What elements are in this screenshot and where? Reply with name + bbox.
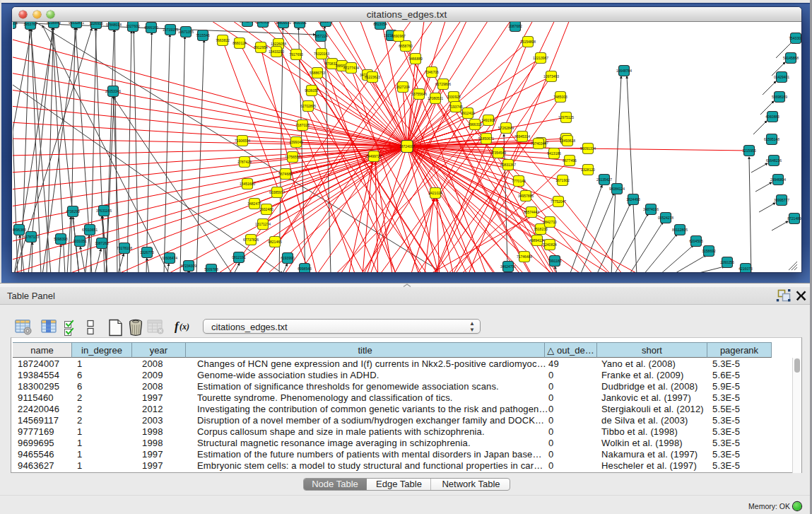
svg-text:76945314: 76945314 [514, 134, 530, 139]
svg-text:7663822: 7663822 [216, 38, 230, 42]
svg-text:87277434: 87277434 [343, 66, 359, 70]
svg-text:7485003: 7485003 [553, 95, 567, 99]
svg-text:16648784: 16648784 [616, 69, 632, 73]
svg-text:87234309: 87234309 [181, 264, 196, 268]
svg-text:60385977: 60385977 [269, 190, 285, 194]
svg-text:7917693: 7917693 [289, 52, 303, 57]
svg-text:8660124: 8660124 [233, 41, 247, 45]
svg-text:0812191: 0812191 [232, 255, 246, 259]
svg-text:5240824: 5240824 [543, 243, 557, 247]
svg-text:15451680: 15451680 [240, 182, 255, 186]
svg-text:98084124: 98084124 [609, 187, 625, 191]
svg-text:18724007: 18724007 [399, 144, 415, 148]
svg-text:10973493: 10973493 [543, 74, 559, 78]
svg-text:04499727: 04499727 [366, 154, 382, 158]
svg-text:28809570: 28809570 [276, 22, 291, 25]
svg-text:53755646: 53755646 [411, 92, 427, 96]
svg-text:12975125: 12975125 [558, 115, 574, 119]
svg-text:81223623: 81223623 [365, 75, 380, 79]
svg-text:7991183: 7991183 [548, 259, 561, 263]
svg-text:5098393: 5098393 [54, 237, 68, 241]
svg-text:37631165: 37631165 [96, 209, 112, 213]
svg-text:9413186: 9413186 [547, 151, 561, 156]
svg-text:13171274: 13171274 [255, 222, 271, 226]
svg-text:(x): (x) [180, 322, 189, 332]
svg-text:9912419: 9912419 [461, 111, 475, 115]
svg-text:13493618: 13493618 [560, 139, 575, 143]
svg-text:7187026: 7187026 [295, 123, 310, 127]
svg-text:80112805: 80112805 [672, 228, 688, 232]
svg-text:4238849: 4238849 [47, 22, 61, 25]
svg-text:67010651: 67010651 [82, 228, 98, 232]
svg-text:80831367: 80831367 [500, 163, 516, 167]
svg-text:67737826: 67737826 [243, 238, 259, 242]
svg-text:4966319: 4966319 [468, 122, 482, 127]
svg-text:3482477: 3482477 [247, 201, 261, 206]
svg-text:6998543: 6998543 [298, 267, 312, 271]
svg-text:3215955: 3215955 [742, 148, 756, 153]
svg-text:17080531: 17080531 [428, 96, 443, 100]
svg-text:2787429: 2787429 [237, 160, 252, 164]
svg-text:6658760: 6658760 [399, 44, 413, 48]
svg-text:8813054: 8813054 [373, 22, 387, 26]
svg-text:62702895: 62702895 [300, 104, 316, 108]
svg-text:57262849: 57262849 [498, 126, 514, 130]
svg-text:13433200: 13433200 [269, 49, 284, 54]
svg-text:0842710: 0842710 [543, 220, 557, 224]
svg-text:5430391: 5430391 [293, 22, 307, 25]
svg-text:12213967: 12213967 [533, 56, 548, 60]
svg-text:1491905: 1491905 [481, 118, 495, 122]
svg-text:65787133: 65787133 [23, 235, 39, 239]
svg-text:7543303: 7543303 [789, 36, 801, 40]
svg-text:55886753: 55886753 [310, 71, 325, 75]
svg-text:29946804: 29946804 [770, 177, 786, 182]
svg-text:71756551: 71756551 [285, 155, 300, 159]
svg-text:51850671: 51850671 [478, 136, 494, 141]
svg-text:6204505: 6204505 [689, 239, 703, 243]
svg-text:77752047: 77752047 [551, 199, 566, 204]
svg-text:16671355: 16671355 [178, 30, 194, 34]
svg-text:9636057: 9636057 [305, 88, 319, 93]
svg-text:6690967: 6690967 [392, 34, 406, 38]
svg-text:7515546: 7515546 [196, 33, 210, 37]
svg-text:34624751: 34624751 [500, 264, 516, 269]
svg-text:6966160: 6966160 [144, 25, 158, 30]
svg-text:4896383: 4896383 [13, 228, 26, 232]
svg-text:16154808: 16154808 [520, 40, 536, 44]
svg-text:1327602: 1327602 [126, 24, 140, 28]
svg-text:36995777: 36995777 [774, 198, 789, 202]
svg-text:96532871: 96532871 [69, 22, 84, 25]
svg-text:1326773: 1326773 [140, 250, 154, 255]
svg-text:02606474: 02606474 [162, 256, 177, 260]
svg-text:00524278: 00524278 [658, 216, 673, 220]
svg-text:5009788: 5009788 [204, 267, 218, 271]
svg-text:8912954: 8912954 [254, 45, 268, 49]
svg-text:6193990: 6193990 [281, 256, 295, 260]
svg-text:27354549: 27354549 [490, 151, 506, 155]
svg-text:2328120: 2328120 [581, 168, 595, 172]
svg-text:1226916: 1226916 [89, 22, 103, 25]
svg-text:25135427: 25135427 [596, 177, 612, 182]
svg-text:13226058: 13226058 [271, 42, 286, 46]
svg-text:4216073: 4216073 [739, 267, 753, 271]
svg-text:9821465: 9821465 [268, 240, 282, 244]
svg-text:5674680: 5674680 [278, 172, 293, 176]
svg-text:55698169: 55698169 [772, 95, 787, 99]
svg-text:7857224: 7857224 [314, 34, 328, 38]
svg-text:7182278: 7182278 [319, 22, 333, 23]
svg-text:4060883: 4060883 [765, 115, 779, 119]
svg-text:1627204: 1627204 [396, 85, 410, 89]
svg-text:5030564: 5030564 [13, 22, 18, 25]
svg-text:2260256: 2260256 [720, 260, 734, 264]
svg-text:2421024: 2421024 [428, 191, 442, 195]
svg-text:0330923: 0330923 [447, 95, 461, 99]
svg-text:1824493: 1824493 [626, 197, 640, 201]
svg-text:01429401: 01429401 [774, 75, 789, 79]
svg-text:62729806: 62729806 [435, 82, 451, 86]
svg-text:7770143: 7770143 [512, 179, 526, 183]
svg-text:99091334: 99091334 [580, 146, 596, 151]
svg-text:61595148: 61595148 [764, 137, 779, 141]
svg-text:8721489: 8721489 [787, 216, 801, 221]
svg-text:7346706: 7346706 [425, 70, 439, 74]
svg-text:71746488: 71746488 [517, 255, 532, 259]
